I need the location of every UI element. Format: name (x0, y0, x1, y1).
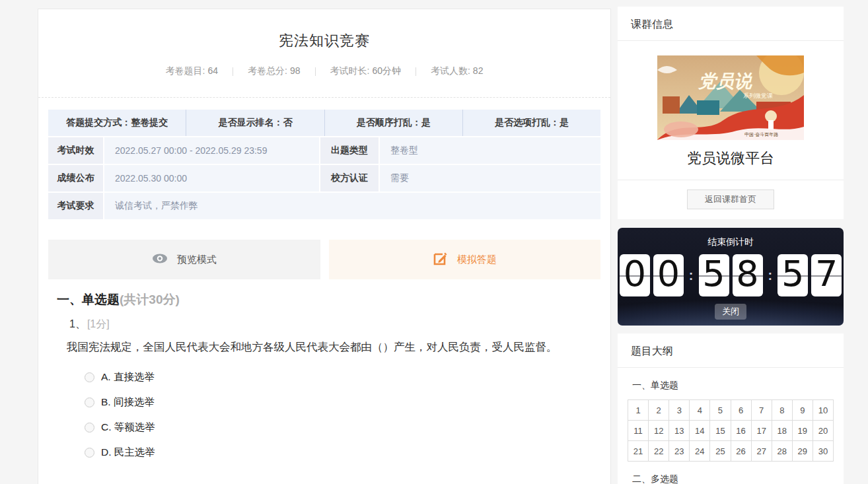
question-options: A. 直接选举B. 间接选举C. 等额选举D. 民主选举 (85, 365, 610, 466)
countdown-title: 结束倒计时 (618, 228, 844, 248)
outline-question-number[interactable]: 12 (649, 421, 669, 441)
exam-stat: 考试人数:82 (431, 65, 483, 77)
exam-stat: 考卷题目:64 (166, 65, 218, 77)
divider (618, 180, 844, 180)
mode-buttons: 预览模式 模拟答题 (48, 240, 600, 279)
radio-button[interactable] (85, 398, 94, 407)
info-label: 出题类型 (320, 137, 379, 164)
question-number-grid: 1234567891011121314151617181920212223242… (628, 399, 834, 462)
colon-separator: : (689, 268, 694, 283)
countdown-digit: 7 (811, 254, 842, 296)
section-title: 一、单选题 (57, 293, 120, 306)
outline-question-number[interactable]: 4 (690, 400, 710, 421)
outline-question-number[interactable]: 2 (649, 400, 669, 421)
outline-question-number[interactable]: 6 (731, 400, 752, 421)
option-label: D. 民主选举 (101, 446, 155, 460)
preview-mode-label: 预览模式 (177, 254, 217, 266)
stat-separator (233, 67, 233, 76)
exam-stat: 考试时长:60分钟 (330, 65, 401, 77)
question-section-header: 一、单选题(共计30分) (57, 291, 610, 308)
outline-question-number[interactable]: 8 (772, 400, 793, 421)
info-value: 整卷型 (380, 137, 600, 164)
outline-question-number[interactable]: 27 (752, 441, 772, 462)
outline-question-number[interactable]: 13 (669, 421, 690, 441)
countdown-close-button[interactable]: 关闭 (715, 304, 746, 320)
outline-question-number[interactable]: 9 (793, 400, 813, 421)
stat-value: 60分钟 (372, 65, 401, 76)
question-score: [1分] (87, 318, 110, 329)
course-info-panel: 课群信息 党员说 系列微党课 中国·奋斗百年路 党员说微平台 返回课群首页 (618, 7, 844, 219)
info-label: 考试要求 (48, 193, 103, 219)
stat-label: 考试人数: (431, 65, 470, 76)
outline-question-number[interactable]: 30 (813, 441, 834, 462)
outline-question-number[interactable]: 25 (710, 441, 731, 462)
outline-question-number[interactable]: 28 (772, 441, 793, 462)
info-value: 诚信考试，严禁作弊 (104, 193, 600, 219)
edit-icon (433, 251, 448, 268)
preview-mode-button[interactable]: 预览模式 (48, 240, 320, 279)
exam-panel: 宪法知识竞赛 考卷题目:64考卷总分:98考试时长:60分钟考试人数:82 答题… (38, 9, 611, 484)
simulate-answer-button[interactable]: 模拟答题 (329, 240, 601, 279)
stat-label: 考卷总分: (248, 65, 287, 76)
stat-value: 98 (290, 65, 301, 76)
back-to-course-home-button[interactable]: 返回课群首页 (687, 190, 774, 209)
outline-question-number[interactable]: 5 (710, 400, 731, 421)
outline-question-number[interactable]: 20 (813, 421, 834, 441)
exam-info-row: 考试要求诚信考试，严禁作弊 (48, 193, 600, 219)
outline-question-number[interactable]: 11 (628, 421, 649, 441)
exam-setting-cell: 是否顺序打乱：是 (325, 110, 463, 136)
exam-setting-cell: 答题提交方式：整卷提交 (48, 110, 186, 136)
exam-stats: 考卷题目:64考卷总分:98考试时长:60分钟考试人数:82 (38, 65, 610, 77)
countdown-digit: 0 (620, 254, 650, 296)
outline-question-number[interactable]: 14 (690, 421, 710, 441)
outline-question-number[interactable]: 23 (669, 441, 690, 462)
option-label: A. 直接选举 (101, 370, 155, 384)
outline-question-number[interactable]: 24 (690, 441, 710, 462)
banner-footnote-text: 中国·奋斗百年路 (744, 132, 778, 137)
outline-question-number[interactable]: 15 (710, 421, 731, 441)
outline-title: 题目大纲 (618, 333, 844, 368)
outline-question-number[interactable]: 3 (669, 400, 690, 421)
outline-question-number[interactable]: 7 (752, 400, 772, 421)
info-label: 考试时效 (48, 137, 103, 164)
outline-question-number[interactable]: 19 (793, 421, 813, 441)
banner-title-text: 党员说 (698, 71, 753, 91)
outline-question-number[interactable]: 17 (752, 421, 772, 441)
answer-option[interactable]: D. 民主选举 (85, 440, 610, 466)
outline-question-number[interactable]: 1 (628, 400, 649, 421)
outline-question-number[interactable]: 26 (731, 441, 752, 462)
question-block: 1、[1分] 我国宪法规定，全国人民代表大会和地方各级人民代表大会都由（）产生，… (69, 318, 610, 466)
colon-separator: : (768, 268, 773, 283)
question-number-line: 1、[1分] (69, 318, 610, 331)
option-label: C. 等额选举 (101, 421, 155, 434)
exam-stat: 考卷总分:98 (248, 65, 300, 77)
exam-title: 宪法知识竞赛 (38, 9, 610, 51)
outline-question-number[interactable]: 21 (628, 441, 649, 462)
info-value: 2022.05.27 00:00 - 2022.05.29 23:59 (104, 137, 319, 164)
outline-question-number[interactable]: 10 (813, 400, 834, 421)
info-label: 成绩公布 (48, 165, 103, 191)
stat-separator (416, 67, 416, 76)
platform-name: 党员说微平台 (618, 149, 844, 168)
answer-option[interactable]: A. 直接选举 (85, 365, 610, 390)
countdown-digit: 8 (733, 254, 763, 296)
radio-button[interactable] (85, 423, 94, 432)
outline-question-number[interactable]: 29 (793, 441, 813, 462)
exam-settings-row: 答题提交方式：整卷提交是否显示排名：否是否顺序打乱：是是否选项打乱：是 (48, 110, 600, 136)
radio-button[interactable] (85, 448, 94, 458)
section-subtitle: (共计30分) (120, 293, 180, 306)
simulate-answer-label: 模拟答题 (457, 254, 497, 266)
outline-question-number[interactable]: 16 (731, 421, 752, 441)
outline-section1-label: 一、单选题 (632, 380, 844, 392)
outline-question-number[interactable]: 18 (772, 421, 793, 441)
stat-value: 82 (473, 65, 484, 76)
countdown-flip-clock: 00:58:57 (618, 254, 844, 296)
stat-separator (315, 67, 316, 76)
radio-button[interactable] (85, 372, 94, 382)
eye-icon (152, 253, 168, 266)
answer-option[interactable]: B. 间接选举 (85, 390, 610, 415)
course-banner-image: 党员说 系列微党课 中国·奋斗百年路 (657, 55, 804, 140)
question-outline-panel: 题目大纲 一、单选题 12345678910111213141516171819… (618, 333, 844, 484)
outline-question-number[interactable]: 22 (649, 441, 669, 462)
answer-option[interactable]: C. 等额选举 (85, 415, 610, 440)
